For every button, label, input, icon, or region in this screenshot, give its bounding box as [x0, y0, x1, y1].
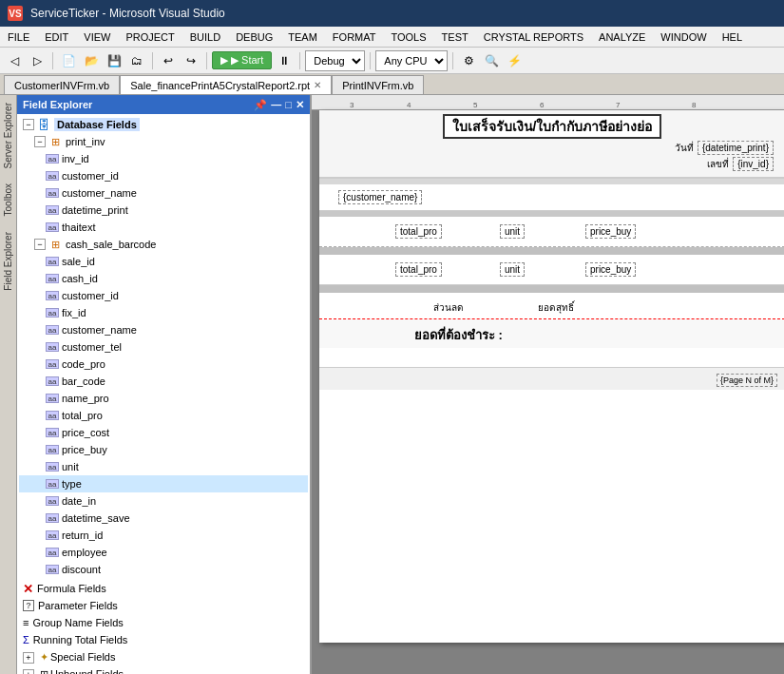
tree-print-inv[interactable]: − ⊞ print_inv	[19, 133, 308, 150]
toolbar-new[interactable]: 📄	[58, 50, 79, 71]
tree-special-fields[interactable]: + ✦ Special Fields	[19, 648, 308, 665]
tree-unbound-fields[interactable]: + ⊞ Unbound Fields	[19, 665, 308, 674]
field-type[interactable]: aa type	[19, 475, 308, 492]
total-label: ยอดที่ต้องชำระ :	[414, 325, 503, 345]
field-customer-id-1[interactable]: aa customer_id	[19, 167, 308, 184]
field-name-pro[interactable]: aa name_pro	[19, 390, 308, 407]
menu-debug[interactable]: DEBUG	[228, 27, 280, 47]
menu-window[interactable]: WINDOW	[653, 27, 714, 47]
expand-special[interactable]: +	[23, 652, 34, 664]
server-explorer-tab[interactable]: Server Explorer	[1, 95, 15, 176]
total-section: ยอดที่ต้องชำระ :	[319, 319, 784, 348]
tree-running-total-fields[interactable]: Σ Running Total Fields	[19, 631, 308, 648]
menu-project[interactable]: PROJECT	[118, 27, 182, 47]
field-unit[interactable]: aa unit	[19, 458, 308, 475]
field-icon-customer-name-2: aa	[46, 325, 59, 335]
field-date-in[interactable]: aa date_in	[19, 492, 308, 510]
field-code-pro[interactable]: aa code_pro	[19, 356, 308, 373]
field-bar-code[interactable]: aa bar_code	[19, 373, 308, 390]
menu-view[interactable]: VIEW	[76, 27, 118, 47]
toolbar-sep-3	[206, 52, 207, 69]
menu-bar: FILE EDIT VIEW PROJECT BUILD DEBUG TEAM …	[0, 27, 784, 48]
field-inv-id[interactable]: aa inv_id	[19, 150, 308, 167]
toolbar-open[interactable]: 📂	[81, 50, 102, 71]
expand-unbound[interactable]: +	[23, 669, 34, 675]
toolbar-save[interactable]: 💾	[104, 50, 124, 71]
customer-name-field: {customer_name}	[338, 190, 422, 204]
tab-sale-finance[interactable]: Sale_financePrintA5CrystalReport2.rpt ✕	[120, 75, 332, 94]
design-area[interactable]: 3 4 5 6 7 8 ใบเสร็จรับเงิน/ใบกำกับภาษีอย…	[312, 95, 784, 674]
field-thaitext[interactable]: aa thaitext	[19, 219, 308, 236]
field-cash-id[interactable]: aa cash_id	[19, 270, 308, 287]
field-explorer-side-tab[interactable]: Field Explorer	[1, 224, 15, 298]
field-sale-id[interactable]: aa sale_id	[19, 253, 308, 270]
inv-id-field: {inv_id}	[733, 157, 774, 171]
menu-help[interactable]: HEL	[715, 27, 750, 47]
field-employee[interactable]: aa employee	[19, 544, 308, 561]
main-layout: Server Explorer Toolbox Field Explorer F…	[0, 95, 784, 674]
debug-config-dropdown[interactable]: Debug	[305, 50, 365, 71]
cpu-dropdown[interactable]: Any CPU	[375, 50, 448, 71]
field-customer-id-2[interactable]: aa customer_id	[19, 287, 308, 304]
tree-formula-fields[interactable]: ✕ Formula Fields	[19, 580, 308, 597]
menu-tools[interactable]: TOOLS	[383, 27, 433, 47]
explorer-maximize-btn[interactable]: □	[285, 99, 292, 111]
running-total-icon: Σ	[23, 634, 29, 645]
field-icon-unit: aa	[46, 462, 59, 472]
explorer-minimize-btn[interactable]: —	[271, 99, 281, 111]
toolbar-misc-3[interactable]: ⚡	[504, 50, 525, 71]
menu-test[interactable]: TEST	[434, 27, 476, 47]
menu-team[interactable]: TEAM	[280, 27, 325, 47]
field-customer-name-2[interactable]: aa customer_name	[19, 321, 308, 338]
discount-label: ส่วนลด	[433, 300, 464, 315]
tree-parameter-fields[interactable]: ? Parameter Fields	[19, 597, 308, 614]
running-total-fields-label: Running Total Fields	[33, 634, 127, 645]
toolbar-pause[interactable]: ⏸	[274, 50, 295, 71]
tree-database-fields[interactable]: − 🗄 Database Fields	[19, 116, 308, 133]
field-datetime-save[interactable]: aa datetime_save	[19, 510, 308, 527]
toolbar-back[interactable]: ◁	[4, 50, 25, 71]
special-fields-expand[interactable]: +	[23, 651, 36, 664]
toolbar-forward[interactable]: ▷	[27, 50, 48, 71]
toolbar-save-all[interactable]: 🗂	[126, 50, 147, 71]
tab-print-inv[interactable]: PrintINVFrm.vb	[332, 75, 424, 94]
report-date-row: วันที่ {datetime_print}	[327, 141, 777, 155]
toolbox-tab[interactable]: Toolbox	[1, 176, 15, 223]
tree-cash-sale-barcode[interactable]: − ⊞ cash_sale_barcode	[19, 236, 308, 253]
tab-close-sale-finance[interactable]: ✕	[314, 80, 321, 90]
expand-database-fields[interactable]: −	[23, 119, 34, 130]
field-datetime-print[interactable]: aa datetime_print	[19, 202, 308, 219]
field-price-cost[interactable]: aa price_cost	[19, 424, 308, 441]
parameter-icon: ?	[23, 600, 34, 611]
menu-edit[interactable]: EDIT	[37, 27, 76, 47]
tab-customer-inv[interactable]: CustomerINVFrm.vb	[4, 75, 120, 94]
menu-build[interactable]: BUILD	[182, 27, 228, 47]
expand-print-inv[interactable]: −	[34, 136, 46, 147]
menu-file[interactable]: FILE	[0, 27, 37, 47]
tab-label-print-inv: PrintINVFrm.vb	[342, 80, 413, 91]
field-total-pro[interactable]: aa total_pro	[19, 407, 308, 424]
toolbar-misc-2[interactable]: 🔍	[481, 50, 502, 71]
field-discount[interactable]: aa discount	[19, 561, 308, 578]
field-customer-name-1[interactable]: aa customer_name	[19, 184, 308, 202]
field-fix-id[interactable]: aa fix_id	[19, 304, 308, 321]
field-icon-return-id: aa	[46, 530, 59, 540]
start-button[interactable]: ▶ ▶ Start	[212, 51, 272, 69]
subtotal-label: ยอดสุทธิ์	[538, 300, 574, 315]
menu-format[interactable]: FORMAT	[325, 27, 384, 47]
field-price-buy[interactable]: aa price_buy	[19, 441, 308, 458]
field-icon-customer-id-1: aa	[46, 171, 59, 181]
menu-analyze[interactable]: ANALYZE	[591, 27, 653, 47]
tree-group-name-fields[interactable]: ≡ Group Name Fields	[19, 614, 308, 631]
menu-crystal-reports[interactable]: CRYSTAL REPORTS	[476, 27, 591, 47]
toolbar-undo[interactable]: ↩	[158, 50, 179, 71]
explorer-close-btn[interactable]: ✕	[296, 99, 304, 111]
expand-cash-sale-barcode[interactable]: −	[34, 239, 46, 250]
explorer-pin-btn[interactable]: 📌	[254, 99, 267, 111]
toolbar-misc-1[interactable]: ⚙	[458, 50, 479, 71]
formula-icon: ✕	[23, 582, 33, 596]
field-return-id[interactable]: aa return_id	[19, 527, 308, 544]
toolbar-redo[interactable]: ↪	[181, 50, 201, 71]
field-customer-tel[interactable]: aa customer_tel	[19, 338, 308, 356]
unbound-expand[interactable]: +	[23, 668, 36, 675]
